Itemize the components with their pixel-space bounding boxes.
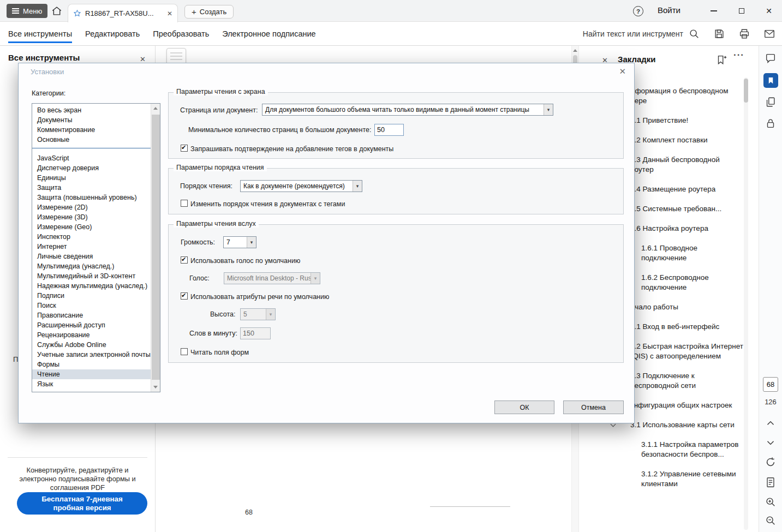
category-item[interactable]: Язык: [32, 379, 151, 389]
category-item[interactable]: Основные: [32, 135, 151, 145]
save-icon[interactable]: [713, 28, 725, 40]
previous-page-icon[interactable]: [765, 417, 777, 429]
min-pages-label: Минимальное количество страниц в большом…: [188, 126, 371, 134]
minimize-icon: [711, 10, 717, 11]
rotate-icon[interactable]: [765, 456, 777, 468]
volume-select[interactable]: 7 ▾: [223, 236, 256, 248]
category-item[interactable]: Документы: [32, 115, 151, 125]
bookmark-label: 2.1 Вход в веб-интерфейс: [630, 322, 719, 331]
toolbar-item[interactable]: Все инструменты: [8, 22, 72, 46]
bookmark-item[interactable]: 3.1.1 Настройка параметров безопасности …: [579, 440, 759, 459]
use-default-attributes-checkbox[interactable]: [181, 292, 188, 300]
read-form-fields-checkbox[interactable]: [181, 348, 188, 355]
bookmark-label: 2.3 Подключение к беспроводной сети: [630, 372, 696, 390]
tab-close-icon[interactable]: ✕: [167, 10, 172, 17]
ok-button[interactable]: ОК: [494, 401, 554, 414]
signin-button[interactable]: Войти: [658, 5, 680, 15]
reading-order-select[interactable]: Как в документе (рекомендуется) ▾: [240, 180, 362, 192]
group-legend: Параметры порядка чтения: [174, 164, 267, 171]
scrollbar-thumb[interactable]: [152, 115, 160, 380]
all-tools-close-icon[interactable]: ✕: [140, 55, 146, 63]
category-item[interactable]: Измерение (3D): [32, 212, 151, 222]
zoom-in-icon[interactable]: [765, 496, 777, 508]
category-item[interactable]: Правописание: [32, 310, 151, 320]
override-order-checkbox[interactable]: [181, 200, 188, 207]
category-item[interactable]: Службы Adobe Online: [32, 340, 151, 350]
confirm-tagging-checkbox[interactable]: [181, 145, 188, 152]
help-button[interactable]: ?: [633, 6, 643, 16]
search-icon[interactable]: [688, 28, 700, 40]
lock-icon[interactable]: [765, 117, 777, 129]
home-icon[interactable]: [51, 5, 63, 17]
categories-scrollbar[interactable]: [151, 104, 160, 392]
dialog-close-icon[interactable]: ✕: [619, 67, 626, 76]
use-default-voice-checkbox[interactable]: [181, 256, 188, 264]
create-button[interactable]: + Создать: [184, 5, 234, 19]
category-item[interactable]: Надежная мультимедиа (унаслед.): [32, 281, 151, 291]
free-trial-button[interactable]: Бесплатная 7-дневная пробная версия: [17, 492, 147, 515]
category-item[interactable]: Подписи: [32, 291, 151, 301]
bookmark-item[interactable]: 3.1.2 Управление сетевыми клиентами: [579, 469, 759, 489]
words-per-minute-input: [240, 327, 271, 339]
scroll-down-icon[interactable]: [153, 386, 158, 388]
category-item[interactable]: Мультимедиа (унаслед.): [32, 261, 151, 271]
category-item[interactable]: Интернет: [32, 242, 151, 252]
bookmarks-scrollbar[interactable]: [744, 77, 748, 530]
maximize-button[interactable]: [735, 4, 748, 17]
toolbar-item[interactable]: Преобразовать: [153, 22, 209, 46]
volume-label: Громкость:: [181, 238, 215, 246]
category-item[interactable]: Во весь экран: [32, 105, 151, 115]
category-item[interactable]: JavaScript: [32, 153, 151, 163]
toolbar-item[interactable]: Редактировать: [85, 22, 140, 46]
cancel-button[interactable]: Отмена: [563, 401, 624, 414]
create-label: Создать: [200, 8, 226, 16]
category-item[interactable]: Единицы: [32, 173, 151, 183]
category-item[interactable]: Поиск: [32, 301, 151, 310]
toolbar-item[interactable]: Электронное подписание: [222, 22, 315, 46]
category-item[interactable]: Диспетчер доверия: [32, 163, 151, 173]
chevron-down-icon[interactable]: ▾: [247, 237, 256, 248]
pages-icon[interactable]: [765, 96, 777, 108]
comment-icon[interactable]: [765, 52, 777, 64]
min-pages-input[interactable]: [374, 124, 404, 136]
category-item[interactable]: Учетные записи электронной почты: [32, 350, 151, 360]
select-value: 7: [224, 237, 247, 248]
bookmarks-panel-icon[interactable]: [763, 73, 778, 88]
page-or-document-select[interactable]: Для документов большого объема читать то…: [262, 104, 553, 116]
mail-icon[interactable]: [763, 28, 775, 40]
bookmarks-options-icon[interactable]: ···: [733, 50, 744, 61]
category-item[interactable]: Мультимедийный и 3D-контент: [32, 271, 151, 281]
document-tab[interactable]: R18867_RT-AX58U... ✕: [68, 4, 178, 22]
bookmarks-scrollbar-thumb[interactable]: [744, 79, 748, 103]
category-item[interactable]: Измерение (2D): [32, 202, 151, 212]
close-button[interactable]: ✕: [762, 4, 775, 17]
print-icon[interactable]: [738, 28, 750, 40]
category-item[interactable]: Измерение (Geo): [32, 222, 151, 232]
category-item[interactable]: Чтение: [32, 369, 151, 379]
zoom-out-icon[interactable]: [765, 515, 777, 527]
category-item[interactable]: Личные сведения: [32, 252, 151, 261]
scroll-up-icon[interactable]: [573, 49, 577, 52]
bookmark-label: 3.1 Использование карты сети: [630, 421, 735, 429]
category-item[interactable]: Инспектор: [32, 232, 151, 242]
main-toolbar: Все инструментыРедактироватьПреобразоват…: [0, 22, 782, 46]
category-item[interactable]: Расширенный доступ: [32, 320, 151, 330]
category-item[interactable]: Рецензирование: [32, 330, 151, 340]
document-icon[interactable]: [765, 476, 777, 488]
chevron-down-icon[interactable]: ▾: [544, 104, 553, 115]
category-item[interactable]: Формы: [32, 360, 151, 369]
find-text-button[interactable]: Найти текст или инструмент: [583, 29, 683, 38]
category-item[interactable]: Защита: [32, 183, 151, 193]
category-item[interactable]: Комментирование: [32, 125, 151, 135]
use-default-attributes-label: Использовать атрибуты речи по умолчанию: [190, 293, 329, 301]
menu-button[interactable]: Меню: [7, 4, 47, 18]
scroll-up-icon[interactable]: [153, 107, 158, 110]
words-per-minute-label: Слов в минуту:: [189, 330, 237, 337]
category-item[interactable]: Защита (повышенный уровень): [32, 193, 151, 202]
group-legend: Параметры чтения вслух: [174, 220, 259, 228]
next-page-icon[interactable]: [765, 437, 777, 449]
add-bookmark-icon[interactable]: [715, 54, 727, 66]
chevron-down-icon[interactable]: ▾: [353, 181, 362, 192]
current-page-input[interactable]: 68: [763, 377, 778, 392]
minimize-button[interactable]: [707, 4, 720, 17]
